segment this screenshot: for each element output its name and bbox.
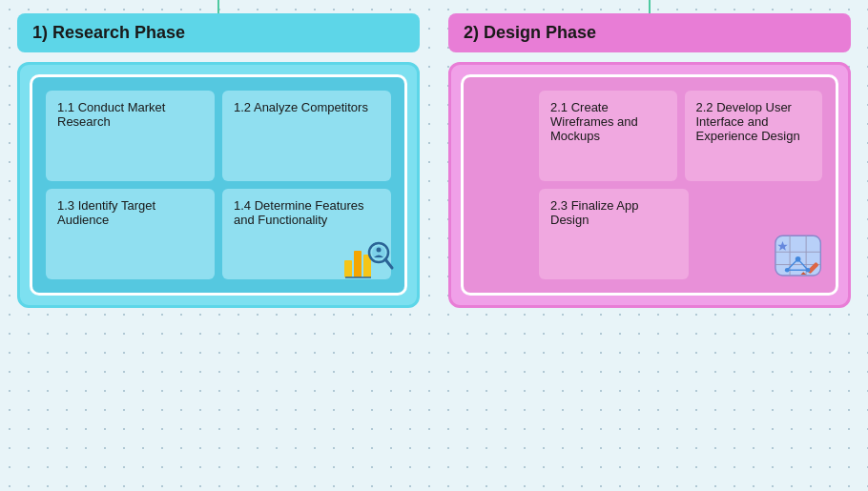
design-phase-title: 2) Design Phase	[464, 23, 596, 42]
design-phase: 2) Design Phase 2.1 Create Wireframes an…	[448, 0, 851, 308]
design-phase-header: 2) Design Phase	[448, 13, 851, 52]
research-icon-area	[342, 231, 395, 283]
research-phase-title: 1) Research Phase	[32, 23, 185, 42]
design-tasks-wrapper: 2.1 Create Wireframes and Mockups 2.2 De…	[477, 91, 822, 279]
task-1-3: 1.3 Identify Target Audience	[46, 189, 215, 279]
research-inner-box: 1.1 Conduct Market Research 1.2 Analyze …	[30, 74, 407, 296]
research-phase-header: 1) Research Phase	[17, 13, 420, 52]
design-row-1: 2.1 Create Wireframes and Mockups 2.2 De…	[539, 91, 822, 181]
design-inner-box: 2.1 Create Wireframes and Mockups 2.2 De…	[461, 74, 838, 296]
design-outer-box: 2.1 Create Wireframes and Mockups 2.2 De…	[448, 62, 851, 308]
svg-rect-1	[354, 251, 362, 277]
research-outer-box: 1.1 Conduct Market Research 1.2 Analyze …	[17, 62, 420, 308]
task-1-2: 1.2 Analyze Competitors	[222, 91, 391, 181]
task-1-1: 1.1 Conduct Market Research	[46, 91, 215, 181]
design-icon-area	[774, 231, 826, 283]
svg-line-6	[385, 259, 392, 268]
svg-point-5	[377, 247, 382, 252]
research-phase: 1) Research Phase 1.1 Conduct Market Res…	[17, 0, 420, 308]
design-icon	[774, 231, 826, 283]
phases-container: 1) Research Phase 1.1 Conduct Market Res…	[0, 0, 868, 491]
svg-rect-0	[344, 260, 352, 277]
research-icon	[342, 234, 395, 281]
task-2-2: 2.2 Develop User Interface and Experienc…	[685, 91, 823, 181]
research-tasks-grid: 1.1 Conduct Market Research 1.2 Analyze …	[46, 91, 391, 279]
task-2-1: 2.1 Create Wireframes and Mockups	[539, 91, 677, 181]
task-2-3: 2.3 Finalize App Design	[539, 189, 689, 279]
